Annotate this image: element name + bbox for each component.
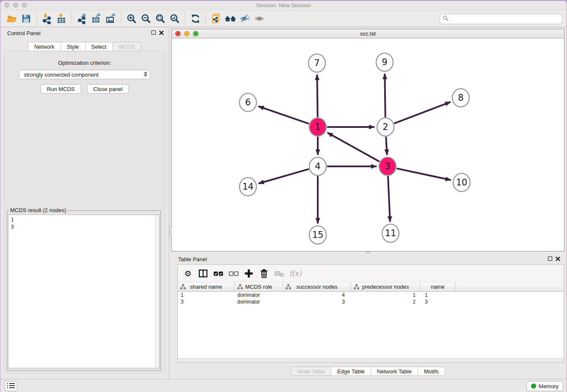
cell-predecessor-nodes[interactable]: 1 — [351, 292, 420, 298]
delete-column-button[interactable] — [257, 267, 271, 280]
cell-predecessor-nodes[interactable]: 2 — [351, 298, 420, 305]
memory-label: Memory — [539, 383, 559, 389]
deselect-all-icon — [228, 269, 239, 278]
split-panel-button[interactable] — [196, 267, 210, 280]
mcds-panel: Optimization criterion: strongly connect… — [4, 51, 165, 373]
run-mcds-button[interactable]: Run MCDS — [41, 84, 81, 94]
graph-edge-2-3[interactable] — [386, 137, 387, 155]
table-row[interactable]: 1 dominator 4 1 1 — [178, 292, 564, 298]
graph-edge-2-8[interactable] — [394, 102, 451, 124]
task-history-button[interactable] — [5, 381, 17, 391]
criterion-dropdown[interactable]: strongly connected component — [19, 70, 150, 79]
refresh-icon — [190, 13, 201, 24]
export-table-button[interactable] — [89, 12, 104, 25]
zoom-selected-button[interactable] — [168, 12, 182, 25]
cell-name[interactable]: 1 — [420, 292, 456, 298]
table-hscrollbar[interactable] — [178, 358, 564, 362]
float-panel-button[interactable] — [151, 30, 156, 35]
add-column-button[interactable] — [242, 267, 256, 280]
app-window: Session: New Session — [0, 1, 567, 392]
column-header-mcds-role[interactable]: MCDS role — [235, 282, 283, 291]
cell-successor-nodes[interactable]: 3 — [283, 298, 351, 305]
gear-icon: ⚙ — [184, 269, 191, 278]
graph-edge-3-10[interactable] — [396, 168, 451, 180]
tab-node-table[interactable]: Node Table — [291, 367, 331, 376]
graph-edge-3-11[interactable] — [388, 176, 390, 222]
tab-motifs[interactable]: Motifs — [418, 367, 445, 376]
tab-mcds[interactable]: MCDS — [113, 42, 141, 51]
column-header-shared-name[interactable]: shared name — [178, 282, 235, 291]
graph-edge-4-14[interactable] — [259, 169, 309, 183]
show-panels-button[interactable] — [252, 12, 267, 25]
open-folder-icon — [6, 13, 17, 24]
open-session-button[interactable] — [5, 12, 19, 25]
tab-style[interactable]: Style — [61, 42, 85, 51]
graph-node-label-6: 6 — [245, 97, 250, 108]
export-table-icon — [91, 13, 102, 24]
mcds-result-text[interactable]: 1 3 — [8, 215, 160, 368]
cell-mcds-role[interactable]: dominator — [235, 298, 283, 305]
graph-edge-1-6[interactable] — [259, 106, 309, 124]
home-button[interactable] — [223, 12, 238, 25]
deselect-all-button[interactable] — [227, 267, 240, 280]
graph-node-label-2: 2 — [383, 122, 388, 132]
save-icon — [21, 14, 31, 24]
column-header-name[interactable]: name — [420, 282, 456, 291]
zoom-selected-icon — [169, 13, 180, 24]
delete-table-button[interactable] — [272, 267, 286, 280]
column-header-predecessor-nodes[interactable]: predecessor nodes — [351, 282, 420, 291]
close-panel-button[interactable]: Close panel — [87, 84, 129, 94]
graph-node-label-8: 8 — [458, 93, 463, 103]
table-empty-area — [178, 305, 564, 358]
zoom-out-icon — [140, 13, 151, 24]
home-icon — [224, 13, 237, 24]
close-panel-icon[interactable] — [159, 30, 164, 35]
search-input[interactable] — [449, 15, 562, 23]
select-all-button[interactable] — [212, 267, 225, 280]
column-header-successor-nodes[interactable]: successor nodes — [283, 282, 351, 291]
tab-edge-table[interactable]: Edge Table — [331, 367, 371, 376]
graph-node-label-3: 3 — [385, 161, 390, 171]
duplicate-network-icon — [211, 13, 222, 24]
zoom-in-button[interactable] — [124, 12, 139, 25]
fx-icon: f(x) — [287, 269, 301, 278]
cell-mcds-role[interactable]: dominator — [235, 292, 283, 298]
zoom-fit-button[interactable] — [153, 12, 168, 25]
import-table-icon — [56, 13, 67, 24]
tab-select[interactable]: Select — [85, 42, 113, 51]
float-table-panel-button[interactable] — [548, 257, 552, 261]
graph-edge-3-1[interactable] — [328, 133, 380, 161]
cell-shared-name[interactable]: 1 — [178, 292, 235, 298]
search-icon — [443, 15, 449, 23]
refresh-button[interactable] — [188, 12, 203, 25]
import-table-button[interactable] — [54, 12, 69, 25]
network-canvas[interactable]: 7968124314101511 — [172, 39, 564, 251]
zoom-out-button[interactable] — [139, 12, 153, 25]
duplicate-network-button[interactable] — [209, 12, 223, 25]
search-box[interactable] — [440, 14, 562, 24]
table-row[interactable]: 3 dominator 3 2 3 — [178, 298, 564, 305]
cell-shared-name[interactable]: 3 — [178, 298, 235, 305]
import-network-button[interactable] — [40, 12, 54, 25]
table-settings-button[interactable]: ⚙ — [181, 267, 195, 280]
splitter-grip-vertical[interactable] — [169, 226, 172, 237]
cell-successor-nodes[interactable]: 4 — [283, 292, 351, 298]
table-toolbar: ⚙ f(x) — [178, 265, 564, 282]
hide-panels-button[interactable] — [238, 12, 252, 25]
result-scrollbar[interactable] — [155, 215, 159, 368]
graph-edge-1-7[interactable] — [317, 75, 317, 117]
close-table-panel-icon[interactable] — [556, 256, 560, 261]
graph-edge-2-9[interactable] — [385, 74, 385, 117]
save-session-button[interactable] — [19, 12, 33, 25]
tab-network[interactable]: Network — [28, 42, 61, 51]
network-frame-titlebar[interactable]: × − + scc.txt — [172, 29, 564, 39]
optimization-criterion-label: Optimization criterion: — [4, 60, 165, 66]
cell-name[interactable]: 3 — [420, 298, 456, 305]
toolbar-separator — [185, 12, 185, 25]
export-image-button[interactable] — [104, 12, 118, 25]
function-builder-button[interactable]: f(x) — [288, 267, 301, 280]
export-network-button[interactable] — [75, 12, 89, 25]
tab-network-table[interactable]: Network Table — [371, 367, 418, 376]
graph-node-label-4: 4 — [315, 161, 320, 171]
memory-button[interactable]: Memory — [526, 381, 563, 391]
